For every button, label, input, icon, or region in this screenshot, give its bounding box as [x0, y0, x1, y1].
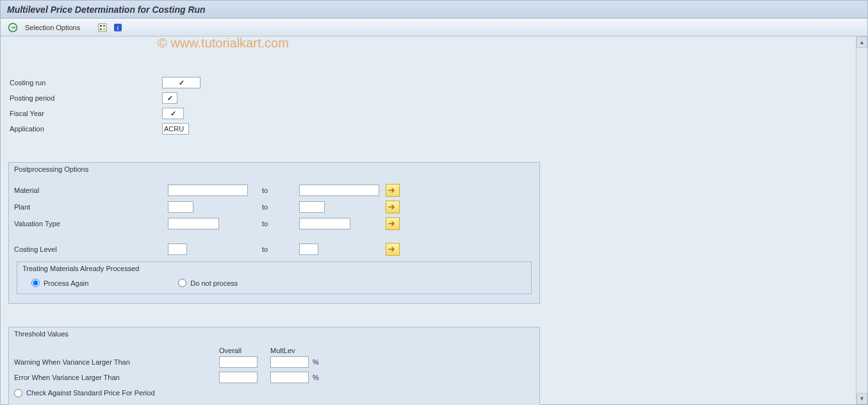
input-costlevel-from[interactable] [168, 244, 187, 255]
group-threshold-body: Overall MultLev Warning When Variance La… [9, 340, 539, 405]
input-material-from[interactable] [168, 185, 248, 196]
multi-select-button-valuation[interactable] [386, 217, 400, 230]
radio-check-std-price-input[interactable] [14, 389, 22, 397]
label-material: Material [14, 186, 168, 194]
label-error-variance: Error When Variance Larger Than [14, 374, 219, 381]
label-to: to [248, 186, 299, 194]
input-warning-overall[interactable] [219, 356, 258, 368]
input-error-multlev[interactable] [270, 372, 309, 383]
label-warning-variance: Warning When Variance Larger Than [14, 358, 219, 366]
label-plant: Plant [14, 203, 168, 211]
group-postprocessing-body: Material to Plant to [9, 176, 539, 303]
input-costing-run[interactable] [162, 77, 201, 88]
label-costing-run: Costing run [8, 79, 162, 87]
scroll-track[interactable] [856, 48, 867, 393]
label-to: to [248, 220, 299, 227]
multi-select-button-material[interactable] [386, 184, 400, 197]
svg-rect-1 [99, 24, 106, 31]
app-window: Multilevel Price Determination for Costi… [0, 0, 868, 405]
group-threshold-title: Threshold Values [9, 327, 539, 340]
radio-do-not-process-label: Do not process [190, 279, 238, 287]
group-treating-materials-title: Treating Materials Already Processed [17, 262, 531, 275]
input-posting-period[interactable] [162, 92, 177, 104]
variant-icon[interactable] [97, 22, 108, 33]
execute-icon[interactable] [7, 22, 19, 33]
multi-select-button-plant[interactable] [386, 201, 400, 213]
selection-options-button[interactable]: Selection Options [25, 24, 80, 31]
radio-do-not-process-input[interactable] [178, 279, 186, 287]
radio-check-std-price-label: Check Against Standard Price For Period [26, 389, 155, 397]
svg-rect-4 [100, 28, 102, 30]
label-to: to [248, 203, 299, 211]
radio-check-std-price[interactable]: Check Against Standard Price For Period [14, 389, 155, 397]
input-plant-from[interactable] [168, 201, 193, 213]
radio-process-again-label: Process Again [44, 279, 88, 287]
svg-rect-2 [100, 25, 102, 27]
group-postprocessing: Postprocessing Options Material to Plant… [8, 162, 540, 304]
input-error-overall[interactable] [219, 372, 258, 383]
group-treating-materials: Treating Materials Already Processed Pro… [17, 261, 532, 294]
range-row-costing-level: Costing Level to [14, 241, 534, 258]
input-valuation-from[interactable] [168, 218, 219, 229]
input-plant-to[interactable] [299, 201, 325, 213]
radio-process-again[interactable]: Process Again [31, 279, 88, 287]
field-row-costing-run: Costing run [8, 75, 860, 90]
input-fiscal-year[interactable] [162, 108, 184, 119]
pct-sign: % [313, 358, 319, 366]
threshold-row-error: Error When Variance Larger Than % [14, 370, 534, 385]
threshold-row-warning: Warning When Variance Larger Than % [14, 354, 534, 370]
required-indicator-icon [179, 79, 184, 87]
threshold-row-check-std-price: Check Against Standard Price For Period [14, 385, 534, 401]
range-row-plant: Plant to [14, 199, 534, 215]
vertical-scrollbar[interactable]: ▲ ▼ [856, 37, 867, 404]
group-postprocessing-title: Postprocessing Options [9, 163, 539, 176]
application-value: ACRU [164, 125, 184, 133]
scroll-up-icon[interactable]: ▲ [856, 37, 867, 48]
multi-select-button-costlevel[interactable] [386, 243, 400, 256]
svg-rect-3 [103, 25, 105, 27]
label-costing-level: Costing Level [14, 245, 168, 253]
col-overall-label: Overall [219, 347, 270, 354]
input-valuation-to[interactable] [299, 218, 350, 229]
page-title: Multilevel Price Determination for Costi… [7, 4, 206, 15]
label-application: Application [8, 125, 162, 133]
label-fiscal-year: Fiscal Year [8, 110, 162, 117]
label-to: to [248, 245, 299, 253]
required-indicator-icon [170, 110, 176, 118]
field-row-posting-period: Posting period [8, 90, 860, 106]
form-content: Costing run Posting period Fiscal Year A… [1, 37, 867, 405]
info-icon[interactable]: i [112, 22, 124, 33]
app-toolbar: Selection Options i [1, 19, 867, 37]
field-row-application: Application ACRU [8, 121, 860, 136]
pct-sign: % [313, 374, 319, 381]
label-valuation-type: Valuation Type [14, 220, 168, 227]
required-indicator-icon [167, 94, 173, 103]
threshold-header-row: Overall MultLev [14, 347, 534, 354]
field-row-fiscal-year: Fiscal Year [8, 106, 860, 121]
radio-process-again-input[interactable] [31, 279, 40, 287]
input-material-to[interactable] [299, 185, 379, 196]
window-titlebar: Multilevel Price Determination for Costi… [1, 1, 867, 19]
group-threshold: Threshold Values Overall MultLev Warning… [8, 327, 540, 405]
radio-do-not-process[interactable]: Do not process [178, 279, 238, 287]
label-posting-period: Posting period [8, 94, 162, 102]
svg-rect-5 [103, 28, 105, 30]
col-multlev-label: MultLev [270, 347, 322, 354]
svg-text:i: i [117, 24, 119, 31]
range-row-valuation-type: Valuation Type to [14, 215, 534, 232]
input-warning-multlev[interactable] [270, 356, 309, 368]
input-costlevel-to[interactable] [299, 244, 318, 255]
scroll-down-icon[interactable]: ▼ [856, 393, 867, 404]
range-row-material: Material to [14, 182, 534, 199]
input-application: ACRU [162, 123, 189, 135]
